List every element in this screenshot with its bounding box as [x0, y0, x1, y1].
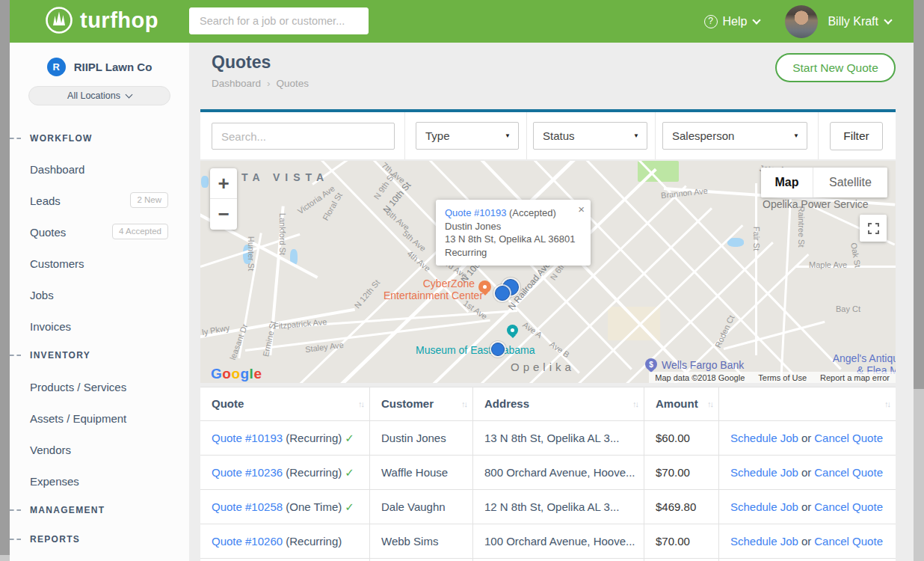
- schedule-job-link[interactable]: Schedule Job: [730, 500, 798, 513]
- breadcrumb-dashboard[interactable]: Dashboard: [212, 78, 261, 89]
- section-dash-icon: [10, 138, 21, 139]
- sidebar-item-invoices[interactable]: Invoices: [10, 318, 189, 336]
- sort-icon[interactable]: ↑↓: [707, 387, 712, 420]
- fullscreen-button[interactable]: [860, 215, 887, 242]
- sort-icon[interactable]: ↑↓: [884, 387, 890, 420]
- street-label: Fair St: [752, 227, 761, 251]
- zoom-out-button[interactable]: −: [210, 199, 237, 230]
- turfhop-logo[interactable]: turfhop: [45, 6, 158, 34]
- map-canvas[interactable]: TA VISTA Opelika Jeter Ave Brannon Ave M…: [200, 161, 896, 383]
- column-header-quote[interactable]: Quote↑↓: [200, 387, 370, 420]
- quotes-table: Quote↑↓ Customer↑↓ Address↑↓ Amount↑↓ ↑↓…: [200, 387, 896, 561]
- sort-icon[interactable]: ↑↓: [358, 387, 363, 420]
- sidebar-item-quotes[interactable]: Quotes4 Accepted: [10, 224, 189, 242]
- cancel-quote-link[interactable]: Cancel Quote: [814, 466, 883, 479]
- start-new-quote-button[interactable]: Start New Quote: [775, 53, 896, 82]
- sidebar: R RIIPL Lawn Co All Locations WORKFLOW D…: [10, 43, 189, 561]
- schedule-job-link[interactable]: Schedule Job: [730, 535, 798, 548]
- sort-icon[interactable]: ↑↓: [632, 387, 638, 420]
- restaurant-poi-icon[interactable]: [478, 280, 491, 293]
- zoom-in-button[interactable]: +: [210, 168, 237, 199]
- caret-down-icon: ▼: [633, 123, 639, 150]
- amount-cell: $70.00: [644, 456, 719, 489]
- section-dash-icon: [10, 539, 21, 540]
- breadcrumb-current: Quotes: [277, 78, 309, 89]
- museum-poi-icon[interactable]: [507, 325, 518, 336]
- infowindow-quote-link[interactable]: Quote #10193: [445, 207, 506, 218]
- location-label: All Locations: [67, 91, 120, 101]
- global-search-input[interactable]: [189, 7, 369, 34]
- sidebar-item-vendors[interactable]: Vendors: [10, 441, 189, 459]
- close-icon[interactable]: ×: [578, 203, 585, 216]
- customer-cell: Waffle House: [370, 456, 473, 489]
- left-scrollbar[interactable]: [0, 0, 10, 561]
- bank-poi-icon[interactable]: $: [645, 358, 657, 370]
- google-logo[interactable]: Google: [211, 366, 262, 382]
- help-label: Help: [723, 15, 748, 28]
- satellite-view-button[interactable]: Satellite: [813, 168, 887, 197]
- status-select[interactable]: Status▼: [533, 122, 647, 150]
- sidebar-item-customers[interactable]: Customers: [10, 255, 189, 273]
- salesperson-select[interactable]: Salesperson▼: [662, 122, 807, 150]
- divider: [655, 112, 656, 159]
- sidebar-item-products-services[interactable]: Products / Services: [10, 378, 189, 396]
- right-scrollbar-thumb[interactable]: [914, 0, 924, 389]
- user-menu[interactable]: Billy Kraft: [828, 15, 891, 28]
- leads-badge: 2 New: [130, 192, 168, 208]
- schedule-job-link[interactable]: Schedule Job: [730, 432, 798, 444]
- cancel-quote-link[interactable]: Cancel Quote: [814, 535, 883, 548]
- table-row: Quote #10236 (Recurring)✓ Waffle House 8…: [200, 456, 896, 490]
- street-label: Lankford St: [278, 213, 287, 255]
- sidebar-item-expenses[interactable]: Expenses: [10, 473, 189, 491]
- user-name: Billy Kraft: [828, 15, 878, 28]
- chevron-down-icon: [753, 16, 761, 24]
- divider: [404, 112, 405, 159]
- cancel-quote-link[interactable]: Cancel Quote: [814, 500, 883, 513]
- quote-link[interactable]: Quote #10236: [212, 466, 283, 479]
- street-label: Maple Ave: [809, 260, 847, 269]
- column-header-amount[interactable]: Amount↑↓: [644, 387, 719, 420]
- column-header-address[interactable]: Address↑↓: [473, 387, 644, 420]
- section-reports[interactable]: REPORTS: [10, 533, 189, 545]
- amount-cell: $469.80: [644, 490, 719, 524]
- cancel-quote-link[interactable]: Cancel Quote: [814, 432, 883, 444]
- customer-cell: Dustin Jones: [370, 421, 473, 455]
- terms-of-use-link[interactable]: Terms of Use: [758, 373, 807, 382]
- quote-link[interactable]: Quote #10193: [212, 432, 283, 444]
- top-bar: turfhop ? Help Billy Kraft: [10, 0, 914, 43]
- quote-marker[interactable]: [491, 343, 505, 356]
- location-selector[interactable]: All Locations: [28, 86, 170, 105]
- quote-marker[interactable]: [495, 286, 510, 301]
- sidebar-item-dashboard[interactable]: Dashboard: [10, 161, 189, 179]
- address-cell: 13 N 8th St, Opelika AL 3...: [473, 421, 644, 455]
- map-data-credit: Map data ©2018 Google: [655, 373, 745, 382]
- right-scrollbar[interactable]: [914, 0, 924, 561]
- left-scrollbar-thumb[interactable]: [0, 0, 10, 555]
- sort-icon[interactable]: ↑↓: [461, 387, 466, 420]
- quote-link[interactable]: Quote #10258: [212, 500, 283, 513]
- section-management[interactable]: MANAGEMENT: [10, 504, 189, 516]
- sidebar-item-jobs[interactable]: Jobs: [10, 286, 189, 304]
- filter-button[interactable]: Filter: [830, 122, 883, 150]
- quote-link[interactable]: Quote #10260: [212, 535, 283, 548]
- map-road: [780, 191, 792, 378]
- quotes-badge: 4 Accepted: [112, 224, 168, 239]
- main-content: Quotes Dashboard›Quotes Start New Quote …: [189, 43, 914, 561]
- schedule-job-link[interactable]: Schedule Job: [730, 466, 798, 479]
- accepted-check-icon: ✓: [345, 500, 354, 513]
- sidebar-item-assets-equipment[interactable]: Assets / Equipment: [10, 410, 189, 428]
- map-infowindow: × Quote #10193 (Accepted) Dustin Jones 1…: [436, 200, 591, 266]
- amount-cell: $70.00: [644, 524, 719, 558]
- user-avatar[interactable]: [785, 5, 818, 38]
- map-view-button[interactable]: Map: [761, 168, 813, 197]
- street-label: 5th Ave: [401, 229, 428, 254]
- infowindow-status: (Accepted): [509, 207, 556, 218]
- column-header-actions[interactable]: ↑↓: [719, 387, 896, 420]
- sidebar-item-leads[interactable]: Leads2 New: [10, 192, 189, 210]
- quotes-search-input[interactable]: [212, 123, 395, 150]
- type-select[interactable]: Type▼: [416, 122, 519, 150]
- help-menu[interactable]: ? Help: [704, 15, 760, 28]
- column-header-customer[interactable]: Customer↑↓: [370, 387, 473, 420]
- map-attribution: Map data ©2018 Google Terms of Use Repor…: [649, 372, 896, 383]
- report-map-error-link[interactable]: Report a map error: [820, 373, 890, 382]
